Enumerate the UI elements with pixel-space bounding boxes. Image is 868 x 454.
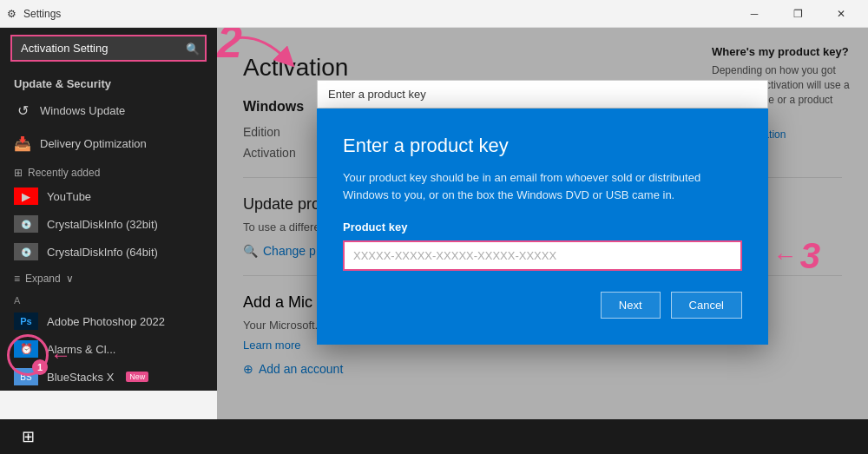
alpha-a-label: A	[0, 292, 217, 307]
list-item-crystal32[interactable]: 💿 CrystalDiskInfo (32bit)	[0, 210, 217, 238]
settings-icon: ⚙	[7, 8, 16, 20]
modal-title: Enter a product key	[343, 135, 742, 157]
hamburger-icon: ≡	[14, 273, 20, 285]
update-security-label: Update & Security	[0, 69, 217, 94]
sidebar-item-windows-update[interactable]: ↺ Windows Update	[0, 94, 217, 127]
list-item-crystal64[interactable]: 💿 CrystalDiskInfo (64bit)	[0, 238, 217, 266]
recently-added-header: ⊞ Recently added	[0, 160, 217, 182]
list-item-bluestacks[interactable]: BS BlueStacks X New	[0, 363, 217, 391]
new-badge: New	[126, 372, 148, 382]
delivery-optimization-icon: 📥	[14, 135, 31, 152]
windows-update-label: Windows Update	[40, 104, 125, 117]
list-item-alarms[interactable]: ⏰ Alarms & Cl...	[0, 335, 217, 363]
photoshop-icon: Ps	[14, 313, 38, 330]
next-button[interactable]: Next	[601, 292, 661, 319]
chevron-down-icon: ∨	[66, 273, 74, 285]
bluestacks-icon: BS	[14, 368, 38, 385]
modal-wrapper: Enter a product key Enter a product key …	[317, 80, 768, 345]
title-bar-controls: ─ ❐ ✕	[734, 0, 861, 28]
main-content: 2 Activation Windows Edition Windows 10 …	[217, 28, 868, 419]
taskbar: ⊞	[0, 419, 868, 454]
close-button[interactable]: ✕	[821, 0, 861, 28]
title-bar-left: ⚙ Settings	[7, 8, 61, 20]
sidebar-search: 🔍	[10, 35, 207, 62]
windows-update-icon: ↺	[14, 102, 31, 119]
list-item-photoshop[interactable]: Ps Adobe Photoshop 2022	[0, 307, 217, 335]
expand-label: Expand	[25, 273, 61, 285]
modal-overlay: Enter a product key Enter a product key …	[217, 28, 868, 419]
youtube-icon: ▶	[14, 188, 38, 205]
crystal32-label: CrystalDiskInfo (32bit)	[47, 218, 158, 231]
product-key-input[interactable]	[343, 240, 742, 271]
crystal32-icon: 💿	[14, 215, 38, 233]
product-key-bar-label: Enter a product key	[328, 88, 426, 101]
alarm-icon: ⏰	[14, 340, 38, 358]
product-key-input-wrap: ← 3	[343, 240, 742, 271]
grid-icon: ⊞	[14, 167, 23, 179]
sidebar-container: 🔍 Update & Security ↺ Windows Update 📥 D…	[0, 28, 217, 419]
modal-footer: Next Cancel	[343, 292, 742, 319]
sidebar: 🔍 Update & Security ↺ Windows Update 📥 D…	[0, 28, 217, 391]
crystal64-icon: 💿	[14, 243, 38, 260]
sidebar-item-delivery-optimization[interactable]: 📥 Delivery Optimization	[0, 127, 217, 160]
bluestacks-label: BlueStacks X	[47, 371, 114, 384]
modal-dialog: Enter a product key Your product key sho…	[317, 109, 768, 345]
title-bar: ⚙ Settings ─ ❐ ✕	[0, 0, 868, 28]
expand-row[interactable]: ≡ Expand ∨	[0, 266, 217, 292]
list-item-youtube[interactable]: ▶ YouTube	[0, 182, 217, 210]
delivery-optimization-label: Delivery Optimization	[40, 137, 147, 150]
app-body: 🔍 Update & Security ↺ Windows Update 📥 D…	[0, 28, 868, 419]
maximize-button[interactable]: ❐	[778, 0, 818, 28]
alarms-label: Alarms & Cl...	[47, 343, 115, 356]
product-key-field-label: Product key	[343, 220, 742, 234]
recently-added-label: Recently added	[28, 167, 100, 179]
youtube-label: YouTube	[47, 190, 91, 203]
crystal64-label: CrystalDiskInfo (64bit)	[47, 246, 158, 259]
app-title: Settings	[23, 8, 61, 20]
minimize-button[interactable]: ─	[734, 0, 774, 28]
photoshop-label: Adobe Photoshop 2022	[47, 315, 165, 328]
search-icon: 🔍	[186, 42, 200, 55]
annotation-3: ← 3	[773, 238, 820, 274]
cancel-button[interactable]: Cancel	[671, 292, 742, 319]
start-button[interactable]: ⊞	[7, 421, 49, 452]
product-key-bar: Enter a product key	[317, 80, 768, 109]
search-input[interactable]	[10, 35, 207, 62]
modal-description: Your product key should be in an email f…	[343, 169, 742, 203]
